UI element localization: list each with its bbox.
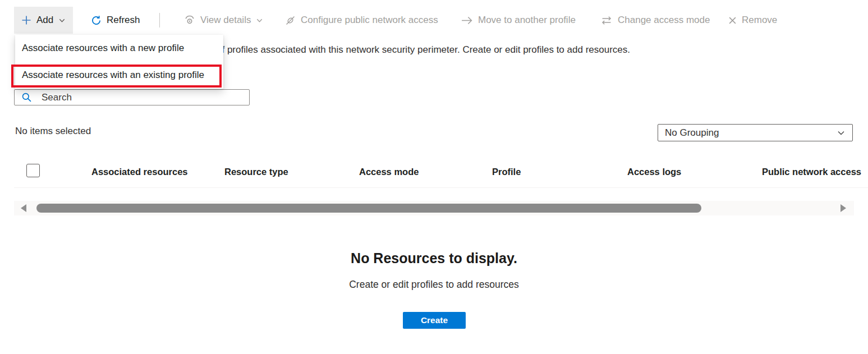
table-header-row: Associated resources Resource type Acces… [0, 159, 868, 185]
search-input[interactable] [42, 92, 242, 103]
arrow-right-icon [461, 16, 473, 25]
chevron-down-icon [837, 128, 846, 137]
swap-arrows-icon [600, 16, 613, 25]
grouping-select[interactable]: No Grouping [658, 124, 853, 141]
command-bar: Add Refresh View details Configure publi… [0, 7, 868, 34]
grouping-selected-value: No Grouping [665, 127, 719, 139]
column-header-access-logs[interactable]: Access logs [627, 159, 681, 185]
change-access-mode-label: Change access mode [618, 15, 710, 26]
horizontal-scrollbar[interactable] [14, 201, 854, 215]
column-header-public-network-access[interactable]: Public network access [762, 159, 861, 185]
configure-public-network-access-label: Configure public network access [301, 15, 438, 26]
add-button-label: Add [36, 15, 53, 26]
remove-button[interactable]: Remove [723, 7, 783, 34]
menu-item-associate-new-profile[interactable]: Associate resources with a new profile [15, 35, 223, 62]
change-access-mode-button[interactable]: Change access mode [595, 7, 715, 34]
column-header-access-mode[interactable]: Access mode [359, 159, 419, 185]
x-icon [728, 16, 737, 25]
empty-state-subtitle: Create or edit profiles to add resources [0, 279, 868, 291]
view-details-label: View details [200, 15, 251, 26]
add-dropdown-menu: Associate resources with a new profile A… [15, 35, 223, 89]
chevron-down-icon [58, 17, 66, 24]
empty-state-title: No Resources to display. [0, 250, 868, 266]
column-header-resource-type[interactable]: Resource type [224, 159, 288, 185]
remove-label: Remove [742, 15, 777, 26]
search-icon [21, 92, 32, 103]
refresh-button-label: Refresh [107, 15, 140, 26]
add-button[interactable]: Add [14, 7, 73, 34]
view-details-button[interactable]: View details [178, 7, 269, 34]
search-box[interactable] [14, 89, 250, 105]
configure-public-network-access-button[interactable]: Configure public network access [279, 7, 444, 34]
create-button[interactable]: Create [403, 312, 466, 329]
select-all-checkbox[interactable] [26, 164, 40, 177]
scrollbar-thumb[interactable] [36, 204, 701, 213]
chevron-down-icon [256, 17, 263, 24]
toolbar-divider [159, 13, 160, 27]
table-header-divider [14, 187, 868, 188]
eye-preview-icon [184, 15, 195, 26]
move-to-another-profile-label: Move to another profile [478, 15, 576, 26]
refresh-button[interactable]: Refresh [85, 7, 146, 34]
move-to-another-profile-button[interactable]: Move to another profile [456, 7, 581, 34]
triangle-right-icon[interactable] [841, 204, 846, 212]
plus-icon [21, 15, 31, 25]
column-header-associated-resources[interactable]: Associated resources [91, 159, 188, 185]
triangle-left-icon[interactable] [21, 204, 26, 212]
menu-item-associate-existing-profile[interactable]: Associate resources with an existing pro… [15, 62, 223, 89]
resources-description-text: of profiles associated with this network… [217, 44, 630, 56]
refresh-icon [91, 15, 102, 26]
selection-status-text: No items selected [15, 126, 91, 137]
plug-slash-icon [285, 15, 296, 26]
column-header-profile[interactable]: Profile [492, 159, 521, 185]
